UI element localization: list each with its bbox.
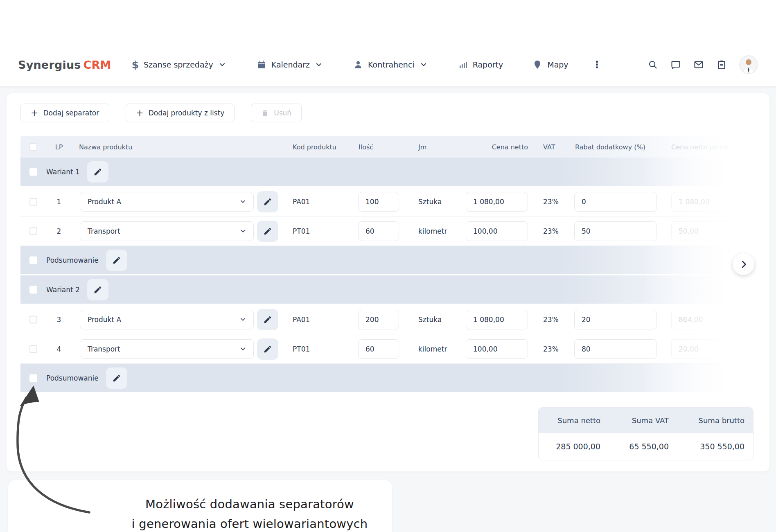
product-name-select[interactable]: Produkt A (80, 192, 254, 212)
unit-value: Sztuka (418, 198, 442, 206)
map-pin-icon (532, 60, 542, 70)
summary-header-gross: Suma brutto (682, 408, 753, 433)
summary-header-row: Suma netto Suma VAT Suma brutto (539, 408, 753, 433)
nav-item-label: Mapy (547, 60, 568, 69)
person-icon (353, 60, 363, 70)
edit-product-button[interactable] (257, 338, 278, 360)
header-unit: Jm (418, 143, 426, 151)
nav-item-mapy[interactable]: Mapy (532, 60, 568, 70)
bar-chart-icon (458, 60, 468, 70)
nav-item-kontrahenci[interactable]: Kontrahenci (353, 60, 427, 70)
pencil-icon (263, 315, 272, 324)
product-name-select[interactable]: Produkt A (80, 310, 254, 329)
product-code: PA01 (293, 316, 310, 324)
calendar-icon (257, 60, 266, 70)
pencil-icon (93, 167, 102, 176)
discount-input[interactable] (574, 310, 657, 329)
delete-button[interactable]: Usuń (251, 104, 302, 122)
nav-item-kalendarz[interactable]: Kalendarz (257, 60, 322, 70)
row-checkbox[interactable] (29, 374, 37, 382)
row-checkbox[interactable] (29, 198, 37, 205)
qty-input[interactable] (358, 221, 399, 241)
summary-gross-value: 350 550,00 (682, 433, 753, 460)
net-price-input[interactable] (466, 192, 528, 212)
net-after-discount-input (671, 339, 756, 359)
chat-icon[interactable] (670, 59, 681, 70)
pencil-icon (263, 227, 272, 236)
header-name: Nazwa produktu (79, 143, 132, 151)
product-name-select[interactable]: Transport (80, 221, 254, 241)
discount-input[interactable] (574, 221, 657, 241)
edit-separator-button[interactable] (87, 161, 108, 183)
kebab-menu-icon[interactable]: ⋮ (592, 63, 602, 67)
clipboard-icon[interactable] (716, 59, 727, 70)
edit-product-button[interactable] (257, 309, 278, 330)
row-checkbox[interactable] (29, 256, 37, 264)
chevron-down-icon (240, 198, 246, 205)
product-row-2: 2 Transport PT01 kilometr 23% (20, 216, 769, 246)
net-price-input[interactable] (466, 339, 528, 359)
lp-value: 3 (57, 316, 61, 324)
mail-icon[interactable] (693, 59, 704, 70)
separator-label: Podsumowanie (46, 256, 99, 264)
qty-input[interactable] (358, 310, 399, 329)
search-icon[interactable] (647, 59, 658, 70)
qty-input[interactable] (358, 339, 399, 359)
unit-value: Sztuka (418, 316, 442, 324)
header-net-price: Cena netto (477, 143, 528, 151)
vat-value: 23% (543, 316, 559, 324)
toolbar: + Dodaj separator + Dodaj produkty z lis… (20, 104, 302, 122)
row-checkbox[interactable] (29, 286, 37, 293)
summary-net-value: 285 000,00 (539, 433, 611, 460)
net-price-input[interactable] (466, 310, 528, 329)
header-code: Kod produktu (293, 143, 336, 151)
unit-value: kilometr (418, 345, 447, 353)
navbar: SynergiusCRM $ Szanse sprzedaży Kalendar… (0, 0, 776, 86)
chevron-down-icon (240, 228, 246, 234)
discount-input[interactable] (574, 339, 657, 359)
discount-input[interactable] (574, 192, 657, 212)
row-checkbox[interactable] (29, 316, 37, 323)
products-panel: + Dodaj separator + Dodaj produkty z lis… (7, 93, 769, 471)
separator-label: Podsumowanie (46, 374, 99, 382)
edit-separator-button[interactable] (106, 250, 127, 271)
vat-value: 23% (543, 345, 559, 353)
edit-separator-button[interactable] (106, 367, 127, 389)
nav-item-szanse-sprzedazy[interactable]: $ Szanse sprzedaży (132, 59, 226, 71)
unit-value: kilometr (418, 227, 447, 235)
row-checkbox[interactable] (29, 227, 37, 235)
vat-value: 23% (543, 227, 559, 235)
summary-values-row: 285 000,00 65 550,00 350 550,00 (539, 433, 753, 460)
row-checkbox[interactable] (29, 345, 37, 353)
select-all-checkbox[interactable] (29, 143, 37, 151)
lp-value: 1 (57, 198, 61, 206)
nav-item-label: Kalendarz (271, 60, 310, 69)
edit-product-button[interactable] (257, 221, 278, 242)
separator-row-podsumowanie-2: Podsumowanie (20, 364, 769, 393)
pencil-icon (112, 256, 121, 265)
net-after-discount-input (671, 192, 756, 212)
table-scroll-right-button[interactable] (733, 253, 754, 275)
chevron-down-icon (219, 61, 226, 68)
separator-label: Wariant 1 (46, 168, 80, 176)
row-checkbox[interactable] (29, 168, 37, 176)
add-separator-button[interactable]: + Dodaj separator (20, 104, 109, 122)
header-discount: Rabat dodatkowy (%) (575, 143, 645, 151)
product-name-select[interactable]: Transport (80, 339, 254, 359)
nav-item-raporty[interactable]: Raporty (458, 60, 503, 70)
products-table: LP Nazwa produktu Kod produktu Ilość Jm … (20, 136, 769, 393)
edit-separator-button[interactable] (87, 279, 108, 300)
net-price-input[interactable] (466, 221, 528, 241)
chevron-down-icon (316, 61, 322, 68)
header-net-after-discount: Cena netto po rabacie (671, 143, 744, 151)
user-avatar[interactable] (739, 55, 758, 74)
edit-product-button[interactable] (257, 191, 278, 212)
summary-header-vat: Suma VAT (611, 408, 682, 433)
nav-item-label: Raporty (473, 60, 503, 69)
add-products-from-list-button[interactable]: + Dodaj produkty z listy (126, 104, 235, 122)
summary-vat-value: 65 550,00 (611, 433, 682, 460)
plus-icon: + (31, 108, 38, 117)
product-code: PT01 (293, 345, 310, 353)
nav-item-label: Szanse sprzedaży (144, 60, 213, 69)
qty-input[interactable] (358, 192, 399, 212)
